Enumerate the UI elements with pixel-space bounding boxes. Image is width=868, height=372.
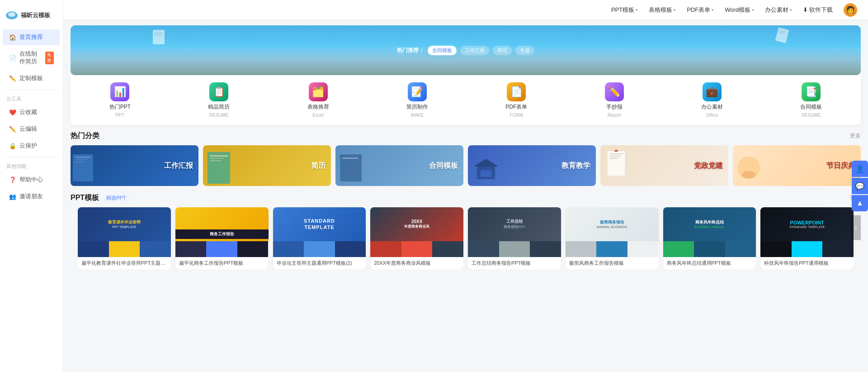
quick-ppt-label: 热门PPT [109, 103, 131, 111]
contract-icon: 📑 [802, 82, 821, 101]
quick-icon-ppt[interactable]: 📊 热门PPT PPT [105, 81, 135, 119]
protect-icon: 🔒 [9, 143, 16, 149]
sidebar-protect-label: 云保护 [19, 142, 37, 150]
ppt-card-8[interactable]: POWERPOINT STANDARD TEMPLATE 科技风年终报告PPT通… [760, 207, 854, 269]
ppt-title-1: 扁平化教育课件社毕业答辩PPT主题模板 [78, 257, 171, 269]
sidebar-resume-label: 在线制作简历 [19, 50, 41, 66]
resume-card-deco [205, 150, 239, 186]
ppt-title-5: 工作总结商务报告PPT模板 [468, 257, 561, 269]
quick-icon-office[interactable]: 💼 办公素材 Office [697, 81, 727, 119]
sidebar-item-favorites[interactable]: ❤️ 云收藏 [3, 105, 60, 120]
sidebar-item-custom[interactable]: ✏️ 定制模板 [3, 71, 60, 86]
quick-contract-sub: RESUME [802, 113, 821, 118]
float-btn-top[interactable]: ▲ [852, 195, 868, 211]
quick-icon-handwritten[interactable]: ✏️ 手抄报 Report [600, 81, 628, 119]
carousel-next-arrow[interactable]: › [851, 215, 861, 240]
ppt-card-7[interactable]: 商务风年终总结 BUSINESS ANNUAL 商务风年终总结通用PPT模板 [663, 207, 756, 269]
hot-category-header: 热门分类 更多 [71, 131, 861, 141]
banner-tag-report[interactable]: 工作汇报 [460, 46, 489, 55]
editor-icon: ✏️ [9, 126, 16, 133]
nav-download-icon-prefix: ⬇ [803, 6, 808, 13]
ppt-card-4[interactable]: 20XX 年度商务商业风 20XX年度商务商业风模板 [370, 207, 463, 269]
sidebar-item-help[interactable]: ❓ 帮助中心 [3, 172, 60, 188]
sidebar-custom-label: 定制模板 [19, 75, 43, 82]
ppt-thumb-8: POWERPOINT STANDARD TEMPLATE [760, 207, 854, 257]
ppt-thumb-7: 商务风年终总结 BUSINESS ANNUAL [663, 207, 756, 257]
cat-label-festival: 节日庆典 [826, 161, 855, 171]
svg-rect-13 [210, 155, 228, 157]
user-avatar[interactable]: 🧑 [844, 3, 857, 17]
banner-tag-contract[interactable]: 合同模板 [428, 46, 457, 55]
quick-icon-make-resume[interactable]: 📝 简历制作 MAKE [402, 81, 433, 119]
category-card-report[interactable]: 工作汇报 [71, 145, 198, 186]
category-card-party[interactable]: 党政党建 [600, 145, 728, 186]
party-card-deco [605, 150, 627, 177]
ppt-card-6[interactable]: 极简商务报告 MINIMAL BUSINESS 极简风商务工作报告模板 [566, 207, 659, 269]
paper-deco-1 [152, 29, 165, 45]
sidebar-item-editor[interactable]: ✏️ 云编辑 [3, 121, 60, 137]
banner-tags: 热门推荐： 合同模板 工作汇报 简历 专题 [397, 46, 534, 55]
cat-label-resume: 简历 [311, 161, 326, 171]
nav-ppt[interactable]: PPT模板 ▾ [611, 6, 638, 14]
quick-icon-resume[interactable]: 📋 精品简历 RESUME [203, 81, 234, 119]
nav-word[interactable]: Word模板 ▾ [725, 6, 754, 14]
quick-pdf-sub: FORM [510, 113, 523, 118]
sidebar-item-resume[interactable]: 📄 在线制作简历 免费 [3, 46, 60, 70]
svg-rect-15 [210, 160, 221, 161]
nav-ppt-arrow: ▾ [636, 8, 638, 12]
svg-rect-10 [75, 159, 88, 160]
sidebar-item-home[interactable]: 🏠 首页推荐 [3, 29, 60, 45]
category-card-education[interactable]: 教育教学 [468, 145, 596, 186]
banner-tag-topic[interactable]: 专题 [515, 46, 534, 55]
ppt-title-3: 毕业论文答辩主题通用PPT模板(2) [273, 257, 366, 269]
svg-rect-12 [208, 152, 230, 184]
ppt-title-6: 极简风商务工作报告模板 [566, 257, 659, 269]
nav-download-label: 软件下载 [809, 6, 833, 14]
ppt-title-4: 20XX年度商务商业风模板 [370, 257, 463, 269]
category-card-festival[interactable]: 节日庆典 [733, 145, 861, 186]
sidebar-section-tools: 云工具 [0, 94, 63, 104]
nav-table-label: 表格模板 [649, 6, 672, 14]
svg-rect-2 [153, 30, 165, 44]
float-btn-profile[interactable]: 👤 [852, 161, 868, 177]
svg-rect-20 [481, 170, 491, 177]
banner-hot-label: 热门推荐： [397, 47, 424, 54]
ppt-card-1[interactable]: 教育课件毕业答辩 PPT TEMPLATE 扁平化教育课件社毕业答辩PPT主题模… [78, 207, 171, 269]
banner-tag-resume[interactable]: 简历 [493, 46, 512, 55]
svg-rect-8 [73, 154, 93, 181]
cat-label-report: 工作汇报 [164, 161, 193, 171]
ppt-thumb-1: 教育课件毕业答辩 PPT TEMPLATE [78, 207, 171, 257]
topnav: PPT模板 ▾ 表格模板 ▾ PDF表单 ▾ Word模板 ▾ 办公素材 ▾ ⬇… [63, 0, 868, 20]
ppt-title-2: 扁平化商务工作报告PPT模板 [175, 257, 269, 269]
float-btn-chat[interactable]: 💬 [852, 178, 868, 194]
ppt-thumb-6: 极简商务报告 MINIMAL BUSINESS [566, 207, 659, 257]
category-card-resume[interactable]: 简历 [203, 145, 331, 186]
nav-table-arrow: ▾ [674, 8, 676, 12]
hot-category-more[interactable]: 更多 [850, 132, 861, 140]
cat-label-education: 教育教学 [561, 161, 590, 171]
sidebar-logo: 福昕云模板 [0, 5, 63, 29]
quick-icon-pdf[interactable]: 📄 PDF表单 FORM [501, 81, 532, 119]
nav-pdf-label: PDF表单 [687, 6, 710, 14]
nav-pdf[interactable]: PDF表单 ▾ [687, 6, 714, 14]
ppt-thumb-4: 20XX 年度商务商业风 [370, 207, 463, 257]
custom-icon: ✏️ [9, 75, 16, 82]
nav-table[interactable]: 表格模板 ▾ [649, 6, 676, 14]
sidebar-item-invite[interactable]: 👥 邀请朋友 [3, 189, 60, 205]
quick-makeresume-label: 简历制作 [406, 103, 428, 111]
ppt-badge[interactable]: 精选PPT [103, 194, 129, 202]
quick-icon-table[interactable]: 🗂️ 表格推荐 Excel [303, 81, 334, 119]
category-card-contract[interactable]: 合同模板 [335, 145, 463, 186]
ppt-card-2[interactable]: 商务工作报告 扁平化商务工作报告PPT模板 [175, 207, 269, 269]
ppt-card-5[interactable]: 工作总结 商务报告PPT 工作总结商务报告PPT模板 [468, 207, 561, 269]
nav-office[interactable]: 办公素材 ▾ [765, 6, 792, 14]
report-card-deco [71, 150, 107, 186]
sidebar-favorites-label: 云收藏 [19, 109, 37, 116]
nav-download[interactable]: ⬇ 软件下载 [803, 6, 833, 14]
ppt-card-3[interactable]: STANDARD TEMPLATE 毕业论文答辩主题通用PPT模板(2) [273, 207, 366, 269]
svg-marker-18 [475, 159, 497, 167]
pdf-icon: 📄 [507, 82, 526, 101]
quick-icon-contract[interactable]: 📑 合同模板 RESUME [796, 81, 826, 119]
sidebar-item-protect[interactable]: 🔒 云保护 [3, 138, 60, 154]
cat-label-contract: 合同模板 [429, 161, 458, 171]
